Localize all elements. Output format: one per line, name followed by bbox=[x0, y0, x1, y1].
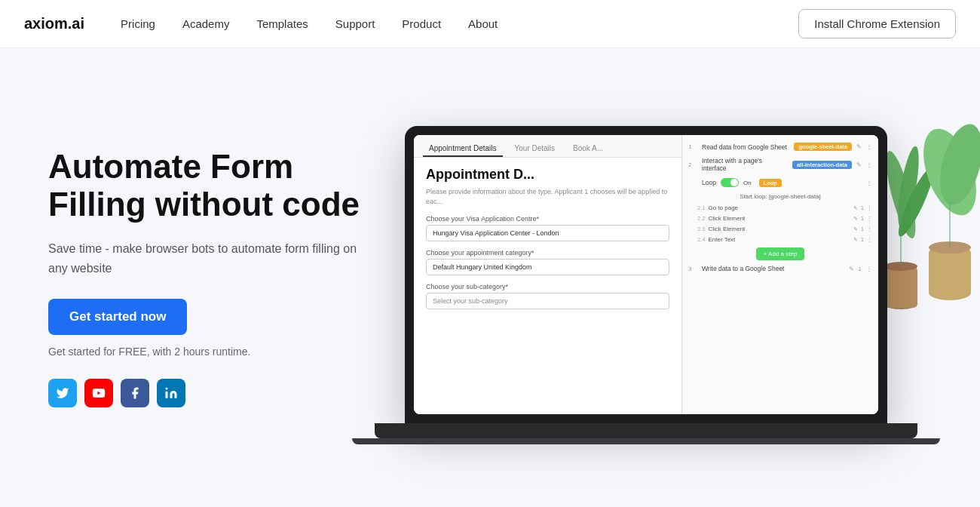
step-3-edit[interactable]: ✎ bbox=[849, 266, 854, 272]
step-2-edit[interactable]: ✎ bbox=[856, 161, 862, 168]
visa-centre-input[interactable]: Hungary Visa Application Center - London bbox=[426, 225, 669, 241]
sub-step-2-2-num: 2.2 bbox=[697, 215, 705, 222]
sub-step-2-1-text: Go to page bbox=[708, 204, 850, 211]
field-appointment-cat: Choose your appointment category* Defaul… bbox=[426, 249, 669, 275]
social-icons bbox=[48, 379, 365, 407]
sub-step-2-4-num: 2.4 bbox=[697, 236, 705, 243]
step-3-text: Write data to a Google Sheet bbox=[702, 265, 844, 272]
tab-your-details[interactable]: Your Details bbox=[509, 141, 562, 157]
sub-step-2-3: 2.3 Click Element ✎ 1 ⋮ bbox=[688, 226, 872, 232]
step-3-num-right: 1 bbox=[859, 266, 862, 272]
sub-step-2-3-more[interactable]: ⋮ bbox=[867, 226, 872, 232]
laptop-base bbox=[375, 423, 917, 438]
hero-subtitle: Save time - make browser bots to automat… bbox=[48, 239, 365, 278]
appointment-cat-input[interactable]: Default Hungary United Kingdom bbox=[426, 259, 669, 275]
step-3-num: 3 bbox=[688, 266, 697, 272]
sub-step-2-2: 2.2 Click Element ✎ 1 ⋮ bbox=[688, 215, 872, 222]
navbar: axiom.ai Pricing Academy Templates Suppo… bbox=[0, 0, 980, 48]
sub-step-2-4-num-right: 1 bbox=[861, 237, 864, 242]
loop-on-text: On bbox=[743, 180, 752, 186]
step-3-more[interactable]: ⋮ bbox=[866, 266, 872, 272]
sub-step-2-1-num: 2.1 bbox=[697, 204, 705, 211]
loop-tag: Loop bbox=[759, 179, 782, 187]
step-1: 1 Read data from Google Sheet google-she… bbox=[688, 143, 872, 151]
nav-link-product[interactable]: Product bbox=[402, 17, 441, 30]
laptop-screen-body: Appointment Details Your Details Book A.… bbox=[405, 126, 887, 423]
tab-book[interactable]: Book A... bbox=[567, 141, 609, 157]
sub-step-2-1-num-right: 1 bbox=[861, 205, 864, 210]
step-3: 3 Write data to a Google Sheet ✎ 1 ⋮ bbox=[688, 265, 872, 272]
sub-step-2-1-edit[interactable]: ✎ bbox=[853, 205, 858, 211]
hero-title: Automate Form Filling without code bbox=[48, 148, 365, 224]
loop-more[interactable]: ⋮ bbox=[866, 180, 872, 186]
nav-link-about[interactable]: About bbox=[468, 17, 498, 30]
get-started-button[interactable]: Get started now bbox=[48, 299, 187, 335]
sub-step-2-1-more[interactable]: ⋮ bbox=[867, 205, 872, 211]
step-2: 2 Interact with a page's interface all-i… bbox=[688, 157, 872, 172]
sub-step-2-2-num-right: 1 bbox=[861, 216, 864, 221]
form-panel: Appointment Details Your Details Book A.… bbox=[414, 135, 682, 414]
linkedin-icon[interactable] bbox=[157, 379, 185, 407]
step-1-edit[interactable]: ✎ bbox=[856, 143, 862, 150]
sub-step-2-2-edit[interactable]: ✎ bbox=[853, 216, 858, 222]
nav-links: Pricing Academy Templates Support Produc… bbox=[121, 17, 798, 30]
sub-step-2-4-edit[interactable]: ✎ bbox=[853, 237, 858, 243]
form-tabs: Appointment Details Your Details Book A.… bbox=[414, 135, 681, 158]
field-visa-centre: Choose your Visa Application Centre* Hun… bbox=[426, 215, 669, 241]
step-2-num: 2 bbox=[688, 161, 697, 168]
step-1-num: 1 bbox=[688, 143, 697, 150]
step-1-tag: google-sheet-data bbox=[794, 143, 852, 151]
hero-free-text: Get started for FREE, with 2 hours runti… bbox=[48, 346, 365, 358]
sub-step-2-4-more[interactable]: ⋮ bbox=[867, 237, 872, 243]
sub-step-2-4: 2.4 Enter Text ✎ 1 ⋮ bbox=[688, 236, 872, 243]
laptop-mockup: Appointment Details Your Details Book A.… bbox=[405, 126, 940, 444]
sub-step-2-2-text: Click Element bbox=[708, 215, 850, 222]
twitter-icon[interactable] bbox=[48, 379, 77, 407]
install-extension-button[interactable]: Install Chrome Extension bbox=[798, 9, 956, 38]
sub-step-2-3-text: Click Element bbox=[708, 226, 850, 232]
form-title: Appointment D... bbox=[426, 167, 669, 183]
add-sub-step-button[interactable]: + Add a step bbox=[756, 247, 805, 260]
loop-row: Loop On Loop ⋮ bbox=[688, 178, 872, 187]
svg-point-0 bbox=[166, 388, 168, 390]
sub-cat-label: Choose your sub-category* bbox=[426, 283, 669, 290]
nav-link-pricing[interactable]: Pricing bbox=[121, 17, 155, 30]
nav-link-templates[interactable]: Templates bbox=[256, 17, 308, 30]
sub-step-2-3-num: 2.3 bbox=[697, 226, 705, 232]
field-sub-category: Choose your sub-category* Select your su… bbox=[426, 283, 669, 309]
step-2-text: Interact with a page's interface bbox=[702, 157, 788, 172]
nav-link-support[interactable]: Support bbox=[335, 17, 375, 30]
youtube-icon[interactable] bbox=[84, 379, 113, 407]
form-area: Appointment D... Please provide informat… bbox=[414, 158, 681, 326]
sub-step-2-1: 2.1 Go to page ✎ 1 ⋮ bbox=[688, 204, 872, 211]
step-1-more[interactable]: ⋮ bbox=[866, 143, 872, 150]
sub-step-2-2-more[interactable]: ⋮ bbox=[867, 216, 872, 222]
laptop-screen: Appointment Details Your Details Book A.… bbox=[414, 135, 878, 414]
loop-toggle[interactable] bbox=[721, 178, 739, 187]
automation-panel: 1 Read data from Google Sheet google-she… bbox=[682, 135, 878, 414]
step-2-tag: all-interaction-data bbox=[792, 161, 852, 169]
facebook-icon[interactable] bbox=[121, 379, 149, 407]
laptop-foot bbox=[352, 438, 940, 444]
tab-appointment-details[interactable]: Appointment Details bbox=[423, 141, 503, 157]
sub-cat-select[interactable]: Select your sub-category bbox=[426, 293, 669, 309]
form-description: Please provide information about the typ… bbox=[426, 187, 669, 206]
visa-centre-label: Choose your Visa Application Centre* bbox=[426, 215, 669, 223]
step-1-text: Read data from Google Sheet bbox=[702, 143, 789, 151]
step-2-more[interactable]: ⋮ bbox=[866, 161, 872, 168]
hero-right: Appointment Details Your Details Book A.… bbox=[365, 51, 980, 504]
hero-left: Automate Form Filling without code Save … bbox=[48, 148, 365, 407]
appointment-cat-label: Choose your appointment category* bbox=[426, 249, 669, 257]
hero-section: Automate Form Filling without code Save … bbox=[0, 48, 980, 507]
nav-link-academy[interactable]: Academy bbox=[182, 17, 230, 30]
site-logo[interactable]: axiom.ai bbox=[24, 15, 84, 32]
sub-step-2-3-edit[interactable]: ✎ bbox=[853, 226, 858, 232]
loop-label: Loop bbox=[702, 179, 716, 186]
section-label: Start loop: [google-sheet-data] bbox=[688, 193, 872, 200]
sub-step-2-3-num-right: 1 bbox=[861, 226, 864, 232]
sub-step-2-4-text: Enter Text bbox=[708, 236, 850, 243]
